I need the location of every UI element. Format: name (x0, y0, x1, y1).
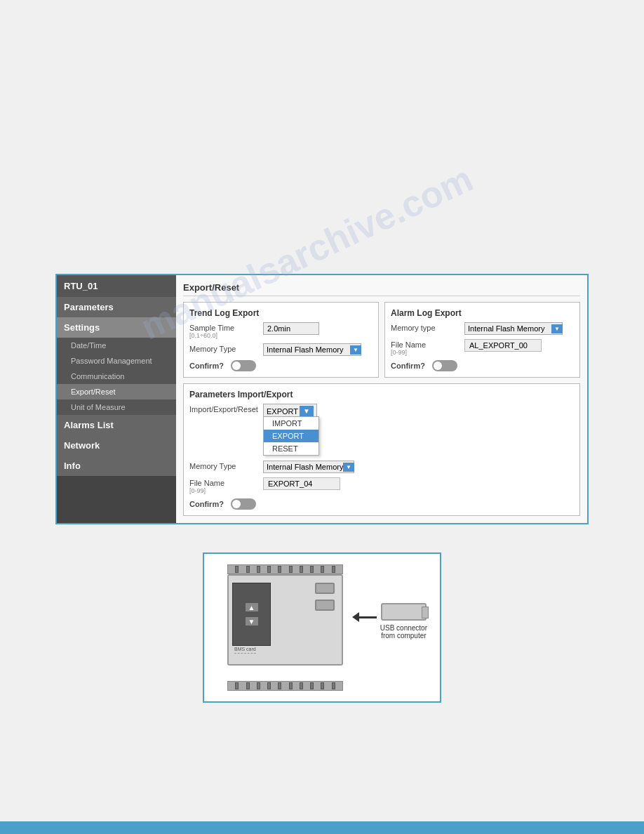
up-arrow: ▲ (246, 603, 258, 611)
alarm-memory-type-select-wrapper: Internal Flash Memory (464, 322, 563, 335)
dropdown-item-export[interactable]: EXPORT (264, 430, 318, 442)
device-body: ▲ ▼ BMS card (227, 574, 343, 666)
params-import-export-title: Parameters Import/Export (189, 390, 574, 399)
connector-pin (300, 566, 303, 573)
alarm-file-name-value: AL_EXPORT_00 (464, 339, 542, 352)
params-memory-type-select[interactable]: Internal Flash Memory (263, 461, 354, 473)
usb-connector-plug (422, 607, 429, 618)
sidebar-section-settings[interactable]: Settings (57, 317, 176, 338)
params-file-name-value: EXPORT_04 (263, 477, 340, 490)
sidebar-item-communication[interactable]: Communication (57, 369, 176, 384)
bottom-bar (0, 821, 644, 834)
usb-connector-group: USB connector from computer (380, 603, 427, 640)
connector-pin (235, 682, 239, 689)
arrow-shaft (359, 616, 377, 618)
memory-type-row: Memory Type Internal Flash Memory (189, 343, 373, 356)
trend-confirm-toggle[interactable] (231, 360, 256, 371)
trend-log-title: Trend Log Export (189, 308, 373, 318)
connector-pin (321, 566, 324, 573)
dropdown-item-import[interactable]: IMPORT (264, 417, 318, 430)
page-wrapper: manualsarchive.com RTU_01 Parameters Set… (0, 0, 644, 834)
device-ports (315, 583, 335, 611)
alarm-confirm-row: Confirm? (391, 360, 574, 371)
params-memory-type-label: Memory Type (189, 461, 263, 470)
usb-label-2: from computer (380, 632, 427, 640)
trend-log-panel: Trend Log Export Sample Time [0.1÷60.0] … (183, 302, 379, 378)
alarm-memory-type-label: Memory type (391, 322, 464, 332)
import-export-dropdown: IMPORT EXPORT RESET (263, 416, 319, 456)
connector-pin (310, 682, 314, 689)
bottom-connectors (227, 681, 343, 691)
connector-pin (246, 566, 250, 573)
trend-confirm-label: Confirm? (189, 362, 224, 370)
device-illustration: ▲ ▼ BMS card (217, 564, 427, 691)
connector-pin (235, 566, 239, 573)
memory-type-select-wrapper: Internal Flash Memory (263, 343, 361, 356)
sidebar-section-info[interactable]: Info (57, 456, 176, 476)
sidebar-item-unit-of-measure[interactable]: Unit of Measure (57, 399, 176, 415)
alarm-log-panel: Alarm Log Export Memory type Internal Fl… (384, 302, 580, 378)
arrow-container (352, 612, 377, 622)
connector-pin (267, 682, 271, 689)
import-export-dropdown-container: EXPORT ▼ IMPORT EXPORT RESET (263, 404, 317, 418)
alarm-file-name-label: File Name [0-99] (391, 339, 464, 356)
dropdown-arrow[interactable]: ▼ (300, 406, 314, 416)
sidebar-section-alarms[interactable]: Alarms List (57, 415, 176, 435)
connector-pin (332, 566, 335, 573)
top-connectors (227, 564, 343, 574)
dropdown-item-reset[interactable]: RESET (264, 442, 318, 455)
import-export-reset-row: Import/Export/Reset EXPORT ▼ IMPORT EXPO… (189, 404, 574, 418)
memory-type-select[interactable]: Internal Flash Memory (263, 343, 361, 356)
params-import-export-section: Parameters Import/Export Import/Export/R… (183, 383, 580, 516)
arrow-head (352, 612, 359, 622)
content-title: Export/Reset (183, 282, 580, 296)
top-panels-row: Trend Log Export Sample Time [0.1÷60.0] … (183, 302, 580, 378)
connector-pin (257, 682, 260, 689)
device-image-box: ▲ ▼ BMS card (203, 552, 441, 703)
usb-connector-body (381, 603, 427, 621)
alarm-confirm-toggle[interactable] (432, 360, 457, 371)
connector-pin (278, 682, 281, 689)
alarm-memory-type-select[interactable]: Internal Flash Memory (464, 322, 563, 335)
usb-label-1: USB connector (380, 624, 427, 632)
params-memory-type-select-wrapper: Internal Flash Memory (263, 461, 354, 473)
usb-label-group: USB connector from computer (380, 624, 427, 640)
import-export-reset-label: Import/Export/Reset (189, 404, 263, 413)
sample-time-input[interactable] (263, 322, 319, 335)
sidebar-item-password[interactable]: Password Management (57, 353, 176, 369)
sample-time-row: Sample Time [0.1÷60.0] (189, 322, 373, 339)
params-confirm-row: Confirm? (189, 498, 574, 510)
connector-pin (278, 566, 281, 573)
main-content: Export/Reset Trend Log Export Sample Tim… (176, 275, 587, 523)
sidebar-item-datetime[interactable]: Date/Time (57, 338, 176, 353)
params-confirm-toggle[interactable] (231, 498, 256, 510)
trend-confirm-row: Confirm? (189, 360, 373, 371)
sidebar-title: RTU_01 (57, 275, 176, 297)
connector-pin (321, 682, 324, 689)
connector-pin (257, 566, 260, 573)
connector-pin (246, 682, 250, 689)
sample-time-label: Sample Time [0.1÷60.0] (189, 322, 263, 339)
sidebar-item-export-reset[interactable]: Export/Reset (57, 384, 176, 399)
connector-pin (332, 682, 335, 689)
params-memory-type-row: Memory Type Internal Flash Memory (189, 461, 574, 473)
sidebar-section-network[interactable]: Network (57, 435, 176, 456)
connector-pin (289, 566, 293, 573)
import-export-reset-value: EXPORT (267, 407, 298, 416)
sidebar: RTU_01 Parameters Settings Date/Time Pas… (57, 275, 176, 523)
ui-panel: RTU_01 Parameters Settings Date/Time Pas… (55, 274, 589, 524)
alarm-log-title: Alarm Log Export (391, 308, 574, 318)
sidebar-section-parameters[interactable]: Parameters (57, 297, 176, 317)
alarm-file-name-row: File Name [0-99] AL_EXPORT_00 (391, 339, 574, 356)
sd-card-label: BMS card (234, 647, 256, 654)
alarm-memory-type-row: Memory type Internal Flash Memory (391, 322, 574, 335)
params-file-name-label: File Name [0-99] (189, 477, 263, 494)
down-arrow: ▼ (246, 617, 258, 626)
connector-pin (310, 566, 314, 573)
usb-port-2 (315, 600, 335, 611)
device-screen: ▲ ▼ (232, 583, 271, 646)
alarm-confirm-label: Confirm? (391, 362, 425, 370)
connector-pin (300, 682, 303, 689)
params-file-name-row: File Name [0-99] EXPORT_04 (189, 477, 574, 494)
image-section: ▲ ▼ BMS card (55, 552, 589, 703)
